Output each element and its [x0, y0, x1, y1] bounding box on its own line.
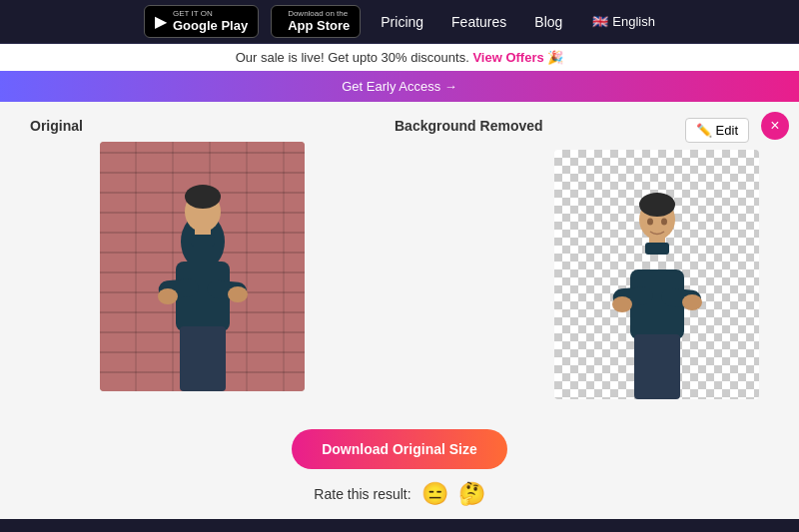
- early-access-label: Get Early Access →: [342, 79, 457, 94]
- svg-point-2: [185, 185, 221, 209]
- rating-label: Rate this result:: [314, 486, 410, 502]
- sale-banner: Our sale is live! Get upto 30% discounts…: [0, 44, 799, 71]
- blog-link[interactable]: Blog: [526, 14, 570, 30]
- bottom-section: Download Original Size Rate this result:…: [0, 415, 799, 519]
- google-play-icon: ▶: [155, 12, 167, 31]
- original-section: Original: [30, 118, 395, 391]
- sale-text: Our sale is live! Get upto 30% discounts…: [236, 50, 469, 65]
- edit-icon: ✏️: [696, 123, 712, 138]
- removed-person-svg: [592, 180, 722, 399]
- svg-point-21: [682, 294, 702, 310]
- neutral-emoji[interactable]: 🤔: [458, 481, 485, 507]
- removed-image: [554, 150, 759, 399]
- header: ▶ GET IT ON Google Play Download on the …: [0, 0, 799, 44]
- removed-label: Background Removed: [395, 118, 543, 134]
- svg-point-9: [228, 286, 248, 302]
- svg-point-13: [647, 219, 653, 226]
- app-store-small-text: Download on the: [288, 10, 350, 18]
- pricing-link[interactable]: Pricing: [373, 14, 431, 30]
- checker-background: [554, 150, 759, 399]
- main-content: × ✏️ Edit Original: [0, 102, 799, 415]
- original-label: Original: [30, 118, 395, 134]
- flag-icon: 🇬🇧: [592, 14, 608, 29]
- edit-label: Edit: [716, 123, 738, 138]
- svg-point-20: [612, 296, 632, 312]
- rating-row: Rate this result: 😑 🤔: [314, 481, 484, 507]
- svg-rect-4: [191, 235, 215, 247]
- features-link[interactable]: Features: [443, 14, 514, 30]
- google-play-big-text: Google Play: [173, 18, 248, 34]
- comparison-container: Original: [30, 118, 769, 399]
- brick-background: [100, 142, 305, 391]
- edit-button[interactable]: ✏️ Edit: [685, 118, 749, 143]
- google-play-small-text: GET IT ON: [173, 10, 248, 18]
- early-access-bar[interactable]: Get Early Access →: [0, 71, 799, 102]
- svg-point-12: [639, 193, 675, 217]
- original-person-svg: [138, 172, 268, 391]
- sad-emoji[interactable]: 😑: [421, 481, 448, 507]
- original-image: [100, 142, 305, 391]
- view-offers-link[interactable]: View Offers 🎉: [472, 50, 563, 65]
- language-button[interactable]: 🇬🇧 English: [592, 14, 655, 29]
- download-button[interactable]: Download Original Size: [292, 429, 507, 469]
- svg-rect-10: [180, 326, 226, 391]
- svg-point-14: [661, 219, 667, 226]
- removed-section: Background Removed: [395, 118, 769, 399]
- app-store-big-text: App Store: [288, 18, 350, 34]
- google-play-button[interactable]: ▶ GET IT ON Google Play: [144, 5, 259, 39]
- app-store-button[interactable]: Download on the App Store: [271, 5, 361, 39]
- svg-rect-16: [645, 243, 669, 255]
- svg-rect-22: [634, 334, 680, 399]
- svg-point-8: [158, 288, 178, 304]
- close-button[interactable]: ×: [761, 112, 789, 140]
- language-label: English: [612, 14, 655, 29]
